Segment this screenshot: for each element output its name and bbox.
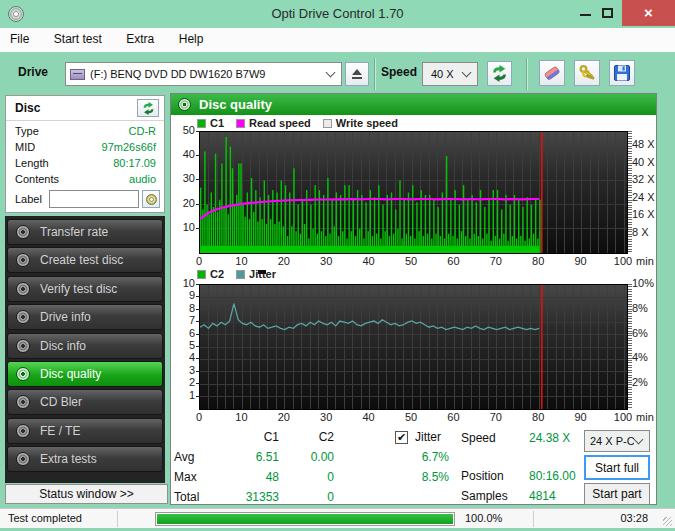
axis-tick-label: 60 — [438, 411, 468, 423]
write-label-button[interactable] — [142, 190, 160, 208]
axis-tick-label: 10 — [226, 255, 256, 267]
progress-bar — [155, 512, 455, 526]
axis-tick-label: 30 — [311, 411, 341, 423]
keys-icon — [578, 64, 596, 82]
toolbar-separator — [526, 58, 527, 90]
max-c2: 0 — [284, 470, 334, 484]
disc-length-value: 80:17.09 — [113, 157, 156, 169]
refresh-disc-button[interactable] — [137, 99, 159, 117]
total-c2: 0 — [284, 490, 334, 504]
disc-icon — [146, 194, 157, 205]
axis-tick-label: 40 — [354, 411, 384, 423]
sidebar-item-label: Disc info — [40, 339, 86, 353]
start-part-button[interactable]: Start part — [584, 483, 650, 505]
axis-tick-label: 80 — [523, 255, 553, 267]
sidebar-item-drive-info[interactable]: Drive info — [7, 304, 163, 330]
disc-icon — [16, 339, 30, 353]
disc-mid-label: MID — [15, 141, 35, 153]
title-bar: Opti Drive Control 1.70 × — [0, 0, 675, 28]
samples-stat-label: Samples — [461, 489, 508, 503]
sidebar-item-verify-test-disc[interactable]: Verify test disc — [7, 276, 163, 302]
axis-tick-label: 2% — [632, 376, 648, 388]
maximize-button[interactable] — [602, 8, 613, 18]
axis-tick-label: 10% — [632, 277, 654, 289]
c1-legend-label: C1 — [210, 117, 224, 129]
axis-tick-label: 80 — [523, 411, 553, 423]
row-label-max: Max — [174, 470, 197, 484]
sidebar-item-cd-bler[interactable]: CD Bler — [7, 389, 163, 415]
max-c1: 48 — [219, 470, 279, 484]
chevron-down-icon — [462, 68, 472, 78]
start-full-button[interactable]: Start full — [584, 455, 650, 480]
jitter-legend-swatch — [236, 270, 245, 279]
c1-chart-legend: C1 Read speed Write speed — [197, 117, 398, 129]
menu-extra[interactable]: Extra — [116, 28, 164, 50]
axis-tick-label: 20 — [269, 411, 299, 423]
drive-select[interactable]: (F:) BENQ DVD DD DW1620 B7W9 — [65, 62, 342, 86]
axis-tick-label: 6% — [632, 327, 648, 339]
axis-tick-label: min — [636, 411, 654, 423]
axis-tick-label: 7 — [173, 314, 195, 326]
menu-help[interactable]: Help — [169, 28, 214, 50]
erase-disc-button[interactable] — [539, 60, 565, 86]
write-speed-legend-swatch — [323, 119, 332, 128]
col-header-c2: C2 — [304, 430, 334, 444]
speed-select[interactable]: 40 X — [422, 62, 478, 86]
test-speed-select[interactable]: 24 X P-CAV — [584, 430, 650, 452]
save-button[interactable] — [609, 60, 635, 86]
drive-select-value: (F:) BENQ DVD DD DW1620 B7W9 — [90, 68, 265, 80]
axis-tick-label: 70 — [481, 255, 511, 267]
axis-tick-label: 100 — [608, 255, 638, 267]
status-bar: Test completed 100.0% 03:28 — [0, 508, 675, 528]
sidebar-item-fe-te[interactable]: FE / TE — [7, 418, 163, 444]
eraser-icon — [542, 63, 562, 83]
row-label-avg: Avg — [174, 450, 194, 464]
close-button[interactable]: × — [622, 0, 675, 26]
row-label-total: Total — [174, 490, 199, 504]
samples-stat-value: 4814 — [529, 489, 556, 503]
disc-quality-panel: Disc quality C1 Read speed Write speed C… — [170, 93, 657, 505]
sidebar-item-disc-info[interactable]: Disc info — [7, 333, 163, 359]
axis-tick-label: 40 — [173, 148, 195, 160]
speed-select-value: 40 X — [431, 68, 454, 80]
axis-tick-label: 4% — [632, 351, 648, 363]
disc-mid-value: 97m26s66f — [102, 141, 156, 153]
axis-tick-label: 3 — [173, 364, 195, 376]
eject-icon — [351, 69, 363, 79]
avg-c1: 6.51 — [219, 450, 279, 464]
minimize-button[interactable] — [580, 14, 591, 16]
total-c1: 31353 — [219, 490, 279, 504]
sidebar-item-extra-tests[interactable]: Extra tests — [7, 446, 163, 472]
sidebar-item-transfer-rate[interactable]: Transfer rate — [7, 219, 163, 245]
license-button[interactable] — [574, 60, 600, 86]
axis-tick-label: 70 — [481, 411, 511, 423]
refresh-speed-button[interactable] — [487, 61, 512, 86]
resize-grip[interactable] — [663, 517, 672, 526]
axis-tick-label: 8% — [632, 302, 648, 314]
sidebar-item-disc-quality[interactable]: Disc quality — [7, 361, 163, 387]
c1-chart-plot — [199, 131, 628, 254]
col-header-jitter: Jitter — [415, 430, 441, 444]
position-stat-value: 80:16.00 — [529, 469, 576, 483]
menu-file[interactable]: File — [0, 28, 39, 50]
sidebar: Transfer rate Create test disc Verify te… — [5, 216, 165, 483]
axis-tick-label: 50 — [396, 411, 426, 423]
eject-button[interactable] — [345, 62, 369, 86]
disc-label-input[interactable] — [49, 190, 139, 208]
status-window-button[interactable]: Status window >> — [5, 484, 168, 504]
jitter-checkbox[interactable]: ✔ — [395, 431, 408, 444]
axis-tick-label: 48 X — [632, 138, 655, 150]
sidebar-item-label: Extra tests — [40, 452, 97, 466]
sidebar-item-create-test-disc[interactable]: Create test disc — [7, 247, 163, 273]
sidebar-item-label: Transfer rate — [40, 225, 108, 239]
menu-bar: File Start test Extra Help — [0, 28, 675, 53]
read-speed-legend-swatch — [236, 119, 245, 128]
sidebar-item-label: FE / TE — [40, 424, 80, 438]
axis-tick-label: 4 — [173, 351, 195, 363]
disc-panel-title: Disc — [15, 101, 40, 115]
axis-tick-label: 6 — [173, 327, 195, 339]
sidebar-item-label: Verify test disc — [40, 282, 117, 296]
menu-start-test[interactable]: Start test — [44, 28, 112, 50]
sidebar-item-label: Create test disc — [40, 253, 123, 267]
axis-tick-label: 50 — [173, 124, 195, 136]
